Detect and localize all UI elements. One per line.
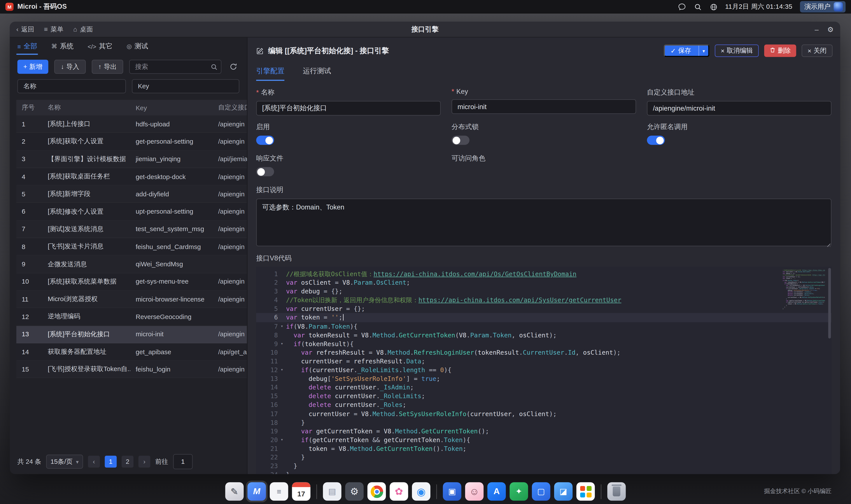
code-line-20[interactable]: 20▾ if(getCurrentToken && getCurrentToke… <box>256 435 832 444</box>
notes-app-icon[interactable]: ≡ <box>270 482 288 501</box>
user-chip[interactable]: 演示用户 <box>800 1 846 13</box>
save-button[interactable]: ✓ 保存 ▾ <box>664 44 709 57</box>
key-filter-input[interactable] <box>132 79 239 93</box>
page-button-1[interactable]: 1 <box>105 456 117 468</box>
code-line-5[interactable]: 5var currentUser = {}; <box>256 305 832 313</box>
avatar-app-icon[interactable]: ☺ <box>465 482 483 501</box>
table-row[interactable]: 9企微发送消息qiWei_SendMsg <box>16 256 247 273</box>
design-tool-app-icon[interactable]: ✎ <box>225 482 244 501</box>
tab-engine-config[interactable]: 引擎配置 <box>256 66 284 81</box>
code-line-18[interactable]: 18 } <box>256 418 832 427</box>
code-line-12[interactable]: 12▾ if(currentUser._RoleLimits.length ==… <box>256 365 832 374</box>
goto-page-input[interactable] <box>173 454 193 469</box>
code-line-14[interactable]: 14 delete currentUser._IsAdmin; <box>256 383 832 392</box>
media-app-icon[interactable]: ◪ <box>554 482 572 501</box>
table-row[interactable]: 10[系统]获取系统菜单数据get-sys-menu-tree/apiengin <box>16 273 247 291</box>
enabled-toggle[interactable] <box>256 136 274 145</box>
game-app-icon[interactable]: ✦ <box>510 482 528 501</box>
table-row[interactable]: 2[系统]获取个人设置get-personal-setting/apiengin <box>16 133 247 151</box>
custom-url-field[interactable] <box>647 101 831 115</box>
code-line-19[interactable]: 19 var getCurrentToken = V8.Method.GetCu… <box>256 427 832 435</box>
table-row[interactable]: 13[系统]平台初始化接口microi-init/apiengin <box>16 326 247 343</box>
menu-button[interactable]: ≡ 菜单 <box>44 25 64 34</box>
table-row[interactable]: 8[飞书]发送卡片消息feishu_send_Cardmsg/apiengin <box>16 238 247 256</box>
back-button[interactable]: ‹ 返回 <box>16 25 34 34</box>
code-line-2[interactable]: 2var osClient = V8.Param.OsClient; <box>256 278 832 287</box>
distributed-lock-toggle[interactable] <box>451 136 469 145</box>
table-row[interactable]: 12逆地理编码ReverseGeocoding <box>16 308 247 326</box>
tab-all[interactable]: ≡ 全部 <box>17 42 37 55</box>
table-row[interactable]: 3【界面引擎】设计模板数据jiemian_yinqing/api/jiemia <box>16 151 247 168</box>
code-line-21[interactable]: 21 token = V8.Method.GetCurrentToken().T… <box>256 444 832 453</box>
fold-icon[interactable]: ▾ <box>278 339 286 348</box>
photos-app-icon[interactable]: ✿ <box>390 482 408 501</box>
settings-app-icon[interactable]: ⚙ <box>345 482 364 501</box>
v8-code-editor[interactable]: 1//根据域名获取OsClient值：https://api-china.itd… <box>256 267 832 474</box>
table-row[interactable]: 7[测试]发送系统消息test_send_system_msg/apiengin <box>16 221 247 238</box>
code-line-6[interactable]: 6var token = ''; <box>256 313 832 322</box>
save-dropdown-button[interactable]: ▾ <box>699 46 708 56</box>
app-grid-icon[interactable] <box>577 482 595 501</box>
name-filter-input[interactable] <box>17 79 126 93</box>
anonymous-toggle[interactable] <box>647 136 665 145</box>
tab-test[interactable]: ◎ 测试 <box>127 42 148 55</box>
code-line-8[interactable]: 8 var tokenResult = V8.Method.GetCurrent… <box>256 330 832 339</box>
fold-icon[interactable]: ▾ <box>278 322 286 331</box>
prev-page-button[interactable]: ‹ <box>88 456 100 468</box>
calendar-app-icon[interactable]: 17 <box>292 482 311 501</box>
code-line-16[interactable]: 16 delete currentUser._Roles; <box>256 400 832 409</box>
tab-run-test[interactable]: 运行测试 <box>303 66 331 81</box>
fold-icon[interactable]: ▾ <box>278 435 286 444</box>
code-line-3[interactable]: 3var debug = {}; <box>256 287 832 296</box>
cancel-edit-button[interactable]: × 取消编辑 <box>715 44 759 57</box>
chrome-browser-icon[interactable] <box>368 482 386 501</box>
desktop-button[interactable]: ⌂ 桌面 <box>73 25 93 34</box>
description-textarea[interactable]: 可选参数：Domain、Token <box>256 199 832 246</box>
code-line-11[interactable]: 11 currentUser = refreshResult.Data; <box>256 357 832 365</box>
fold-icon[interactable]: ▾ <box>278 365 286 374</box>
minimize-button[interactable]: – <box>815 25 819 33</box>
code-line-1[interactable]: 1//根据域名获取OsClient值：https://api-china.itd… <box>256 270 832 278</box>
microi-app-icon[interactable]: M <box>247 482 266 501</box>
table-row[interactable]: 15[飞书]授权登录获取Token自...feishu_login/apieng… <box>16 361 247 378</box>
tab-system[interactable]: ⌘ 系统 <box>51 42 73 55</box>
table-row[interactable]: 4[系统]获取桌面任务栏get-desktop-dock/apiengin <box>16 168 247 186</box>
window-settings-button[interactable]: ⚙ <box>827 25 834 33</box>
next-page-button[interactable]: › <box>139 456 150 468</box>
table-row[interactable]: 6[系统]修改个人设置upt-personal-setting/apiengin <box>16 203 247 221</box>
table-row[interactable]: 14获取服务器配置地址get_apibase/api/get_a <box>16 343 247 361</box>
refresh-icon[interactable] <box>227 61 239 73</box>
scrollbar-thumb[interactable] <box>828 268 831 339</box>
chat-icon[interactable] <box>678 3 686 11</box>
search-input[interactable] <box>129 60 221 74</box>
code-line-9[interactable]: 9▾ if(tokenResult){ <box>256 339 832 348</box>
close-button[interactable]: × 关闭 <box>801 44 832 57</box>
code-line-10[interactable]: 10 var refreshResult = V8.Method.Refresh… <box>256 348 832 357</box>
files-app-icon[interactable]: ▤ <box>323 482 341 501</box>
page-size-select[interactable]: 15条/页 ▾ <box>46 454 83 469</box>
delete-button[interactable]: 删除 <box>764 44 796 57</box>
code-line-24[interactable]: 24} <box>256 470 832 474</box>
clock[interactable]: 11月2日 周六 01:14:35 <box>725 2 792 11</box>
tab-other[interactable]: </> 其它 <box>88 42 112 55</box>
table-row[interactable]: 11Microi浏览器授权microi-browser-lincense/api… <box>16 291 247 308</box>
table-row[interactable]: 5[系统]新增字段add-diyfield/apiengin <box>16 186 247 203</box>
code-line-7[interactable]: 7▾if(V8.Param.Token){ <box>256 322 832 331</box>
search-icon[interactable] <box>694 3 702 11</box>
code-line-22[interactable]: 22 } <box>256 453 832 462</box>
editor-scrollbar[interactable] <box>827 267 832 474</box>
table-row[interactable]: 1[系统]上传接口hdfs-upload/apiengin <box>16 115 247 133</box>
key-field[interactable] <box>451 99 636 114</box>
name-field[interactable] <box>256 101 441 115</box>
code-line-17[interactable]: 17 currentUser = V8.Method.SetSysUserRol… <box>256 409 832 418</box>
trash-icon[interactable] <box>607 482 626 501</box>
minimap[interactable]: //根据域名获取OsClient值：https://api-china.itdo… <box>782 270 825 310</box>
add-button[interactable]: + 新增 <box>17 60 48 74</box>
page-button-2[interactable]: 2 <box>122 456 134 468</box>
code-line-15[interactable]: 15 delete currentUser._RoleLimits; <box>256 392 832 400</box>
dev-box-app-icon[interactable]: ▣ <box>443 482 461 501</box>
globe-icon[interactable] <box>709 3 717 11</box>
remote-desktop-app-icon[interactable]: ▢ <box>532 482 550 501</box>
export-button[interactable]: ↑ 导出 <box>92 60 123 74</box>
import-button[interactable]: ↓ 导入 <box>54 60 86 74</box>
